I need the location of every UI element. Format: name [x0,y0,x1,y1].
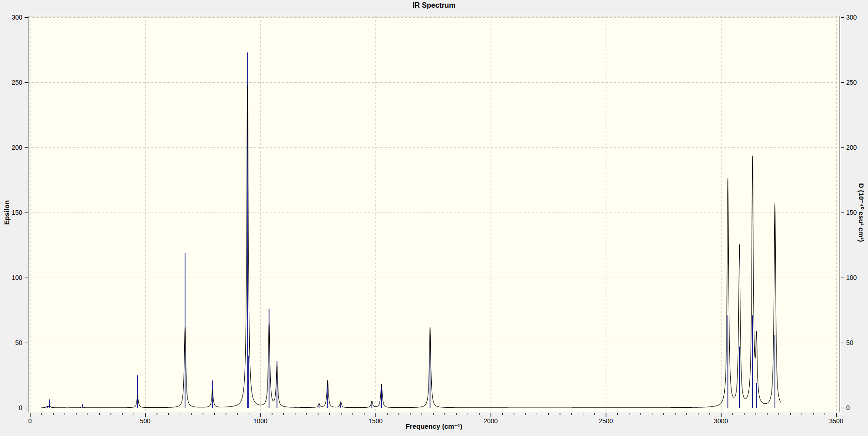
y-tick-label-left: 50 [15,339,22,346]
y-tick-label-right: 50 [846,339,853,346]
y-tick-label-right: 150 [846,209,857,216]
spectrum-window: { "window": { "background_color": "#f0f0… [0,0,868,436]
y-axis-label-left: Epsilon [3,200,10,225]
y-tick-label-right: 0 [846,404,850,411]
y-axis-label-right: D (10⁻⁴⁰ esu² cm²) [857,183,865,242]
x-axis-label: Frequency (cm⁻¹) [0,422,868,431]
y-tick-label-right: 100 [846,274,857,281]
y-tick-label-right: 250 [846,79,857,86]
y-tick-label-left: 200 [12,144,23,151]
y-tick-label-left: 150 [12,209,23,216]
plot-area-background [28,16,840,412]
y-tick-label-left: 300 [12,14,23,21]
chart-title: IR Spectrum [0,1,868,10]
y-tick-label-right: 200 [846,144,857,151]
y-tick-label-left: 0 [19,404,22,411]
y-tick-label-right: 300 [846,14,857,21]
y-tick-label-left: 250 [12,79,23,86]
y-tick-label-left: 100 [12,274,23,281]
ir-spectrum-plot[interactable]: 0500100015002000250030003500005050100100… [0,0,868,436]
